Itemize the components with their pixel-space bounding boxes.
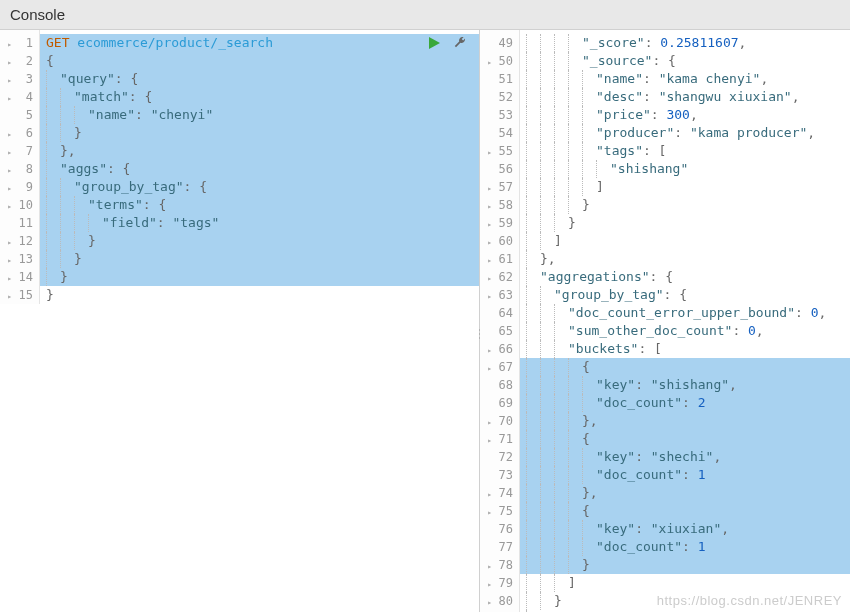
line-number: 71▸ — [480, 430, 519, 448]
code-line[interactable]: ] — [520, 574, 850, 592]
line-number: 56 — [480, 160, 519, 178]
line-number: 11 — [0, 214, 39, 232]
code-line[interactable]: "_score": 0.25811607, — [520, 34, 850, 52]
fold-icon[interactable]: ▸ — [482, 144, 492, 154]
fold-icon[interactable]: ▸ — [482, 504, 492, 514]
fold-icon[interactable]: ▸ — [2, 198, 12, 208]
fold-icon[interactable]: ▸ — [2, 54, 12, 64]
line-number: 80▸ — [480, 592, 519, 610]
line-gutter[interactable]: 4950▸5152535455▸5657▸58▸59▸60▸61▸62▸63▸6… — [480, 30, 520, 612]
fold-icon[interactable]: ▸ — [482, 414, 492, 424]
fold-icon[interactable]: ▸ — [2, 144, 12, 154]
code-line[interactable]: }, — [40, 142, 479, 160]
fold-icon[interactable]: ▸ — [2, 72, 12, 82]
code-line[interactable]: { — [520, 502, 850, 520]
fold-icon[interactable]: ▸ — [2, 90, 12, 100]
fold-icon[interactable]: ▸ — [482, 576, 492, 586]
code-line[interactable]: "doc_count_error_upper_bound": 0, — [520, 304, 850, 322]
code-line[interactable]: "doc_count": 1 — [520, 466, 850, 484]
line-number: 75▸ — [480, 502, 519, 520]
fold-icon[interactable]: ▸ — [482, 198, 492, 208]
line-number: 73 — [480, 466, 519, 484]
line-number: 13▸ — [0, 250, 39, 268]
fold-icon[interactable]: ▸ — [2, 234, 12, 244]
fold-icon[interactable]: ▸ — [482, 252, 492, 262]
code-line[interactable]: "query": { — [40, 70, 479, 88]
response-editor[interactable]: 4950▸5152535455▸5657▸58▸59▸60▸61▸62▸63▸6… — [480, 30, 850, 612]
fold-icon[interactable]: ▸ — [482, 558, 492, 568]
code-area[interactable]: GET ecommerce/product/_search{"query": {… — [40, 30, 479, 304]
code-line[interactable]: } — [40, 250, 479, 268]
code-line[interactable]: "shishang" — [520, 160, 850, 178]
line-gutter[interactable]: 1▸2▸3▸4▸56▸7▸8▸9▸10▸1112▸13▸14▸15▸ — [0, 30, 40, 304]
code-line[interactable]: } — [520, 196, 850, 214]
fold-icon[interactable]: ▸ — [482, 270, 492, 280]
code-line[interactable]: "key": "shechi", — [520, 448, 850, 466]
code-line[interactable]: { — [520, 430, 850, 448]
code-line[interactable]: "field": "tags" — [40, 214, 479, 232]
code-line[interactable]: "name": "chenyi" — [40, 106, 479, 124]
code-line[interactable]: { — [40, 52, 479, 70]
fold-icon[interactable]: ▸ — [482, 180, 492, 190]
code-area[interactable]: "_score": 0.25811607,"_source": {"name":… — [520, 30, 850, 612]
code-line[interactable]: } — [40, 232, 479, 250]
fold-icon[interactable]: ▸ — [482, 54, 492, 64]
fold-icon[interactable]: ▸ — [482, 288, 492, 298]
fold-icon[interactable]: ▸ — [2, 252, 12, 262]
request-editor[interactable]: 1▸2▸3▸4▸56▸7▸8▸9▸10▸1112▸13▸14▸15▸ GET e… — [0, 30, 479, 612]
run-icon[interactable] — [427, 36, 441, 50]
fold-icon[interactable]: ▸ — [482, 486, 492, 496]
code-line[interactable]: "aggregations": { — [520, 268, 850, 286]
code-line[interactable]: "doc_count": 2 — [520, 394, 850, 412]
code-line[interactable]: } — [520, 556, 850, 574]
code-line[interactable]: "name": "kama chenyi", — [520, 70, 850, 88]
fold-icon[interactable]: ▸ — [2, 180, 12, 190]
fold-icon[interactable]: ▸ — [2, 270, 12, 280]
code-line[interactable]: } — [40, 268, 479, 286]
wrench-icon[interactable] — [453, 36, 467, 50]
fold-icon[interactable]: ▸ — [482, 216, 492, 226]
fold-icon[interactable]: ▸ — [2, 126, 12, 136]
code-line[interactable]: ] — [520, 232, 850, 250]
fold-icon[interactable]: ▸ — [482, 432, 492, 442]
code-line[interactable]: GET ecommerce/product/_search — [40, 34, 479, 52]
code-line[interactable]: "group_by_tag": { — [40, 178, 479, 196]
line-number: 66▸ — [480, 340, 519, 358]
code-line[interactable]: "price": 300, — [520, 106, 850, 124]
line-number: 74▸ — [480, 484, 519, 502]
code-line[interactable]: } — [40, 286, 479, 304]
code-line[interactable]: "_source": { — [520, 52, 850, 70]
code-line[interactable]: "doc_count": 1 — [520, 538, 850, 556]
code-line[interactable]: }, — [520, 250, 850, 268]
fold-icon[interactable]: ▸ — [482, 594, 492, 604]
code-line[interactable]: "producer": "kama producer", — [520, 124, 850, 142]
code-line[interactable]: }, — [520, 412, 850, 430]
code-line[interactable]: "group_by_tag": { — [520, 286, 850, 304]
fold-icon[interactable]: ▸ — [482, 234, 492, 244]
code-line[interactable]: "match": { — [40, 88, 479, 106]
fold-icon[interactable]: ▸ — [2, 288, 12, 298]
code-line[interactable]: "key": "shishang", — [520, 376, 850, 394]
line-number: 64 — [480, 304, 519, 322]
code-line[interactable]: { — [520, 358, 850, 376]
fold-icon[interactable]: ▸ — [482, 342, 492, 352]
code-line[interactable]: "terms": { — [40, 196, 479, 214]
line-number: 59▸ — [480, 214, 519, 232]
code-line[interactable]: "desc": "shangwu xiuxian", — [520, 88, 850, 106]
line-number: 5 — [0, 106, 39, 124]
code-line[interactable]: }, — [520, 484, 850, 502]
code-line[interactable]: ] — [520, 178, 850, 196]
code-line[interactable]: } — [40, 124, 479, 142]
code-line[interactable]: } — [520, 214, 850, 232]
code-line[interactable]: "key": "xiuxian", — [520, 520, 850, 538]
fold-icon[interactable]: ▸ — [2, 162, 12, 172]
line-number: 62▸ — [480, 268, 519, 286]
code-line[interactable]: "tags": [ — [520, 142, 850, 160]
code-line[interactable]: } — [520, 592, 850, 610]
code-line[interactable]: "buckets": [ — [520, 340, 850, 358]
fold-icon[interactable]: ▸ — [482, 360, 492, 370]
line-number: 58▸ — [480, 196, 519, 214]
code-line[interactable]: "aggs": { — [40, 160, 479, 178]
code-line[interactable]: "sum_other_doc_count": 0, — [520, 322, 850, 340]
fold-icon[interactable]: ▸ — [2, 36, 12, 46]
